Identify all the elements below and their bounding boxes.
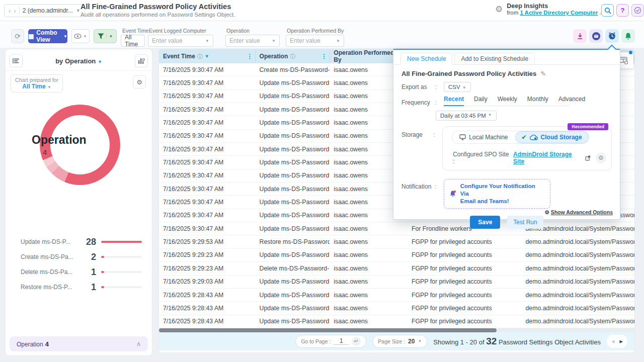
chart-type-button[interactable] (135, 54, 148, 67)
deep-insights-source: from 1 Active Directory Computer ⚠ (507, 10, 604, 16)
spo-site-link[interactable]: AdminDroid Storage Site (513, 151, 582, 165)
table-row[interactable]: 7/16/2025 9:29:23 AMDelete ms-DS-Passwor… (159, 262, 634, 275)
go-to-page-input[interactable] (334, 337, 349, 345)
chart-time-range[interactable]: Chart prepared for All Time ▼ (11, 74, 63, 93)
storage-option-cloud-storage[interactable]: ✔ Cloud Storage (515, 131, 589, 143)
chart-footer-toggle[interactable]: Operation4 ∧ (10, 336, 148, 351)
filter-label-operation-performed-by: Operation Performed By (287, 28, 344, 34)
filter-button[interactable]: ▼ (94, 29, 117, 43)
test-run-button[interactable]: Test Run (507, 216, 543, 229)
table-row[interactable]: 7/16/2025 9:28:43 AMUpdate ms-DS-Passwor… (159, 289, 634, 302)
go-to-page-submit-button[interactable]: ↵ (352, 337, 361, 346)
legend-item[interactable]: Restore ms-DS-P... 1 (21, 280, 142, 295)
report-selector[interactable]: ‹ › 2 (demo.admindr... ▼ (4, 4, 85, 17)
storage-option-local-machine[interactable]: Local Machine (452, 132, 515, 143)
table-row[interactable]: 7/16/2025 9:29:23 AMUpdate ms-DS-Passwor… (159, 249, 634, 262)
cell-operation: Update ms-DS-Password-... (256, 196, 330, 208)
cell-event-time: 7/16/2025 9:30:47 AM (159, 222, 256, 235)
popup-actions: Save Test Run (393, 216, 620, 229)
gear-icon: ⚙ (598, 154, 604, 161)
question-icon: ? (621, 7, 625, 14)
cell-event-time: 7/16/2025 9:30:47 AM (159, 143, 256, 155)
page-size-label: Page Size : (378, 338, 405, 344)
monitor-icon (459, 134, 466, 140)
schedule-time-select[interactable]: Daily at 03:45 PM▼ (436, 111, 497, 121)
frequency-tab-advanced[interactable]: Advanced (558, 96, 585, 106)
frequency-tab-monthly[interactable]: Monthly (527, 96, 548, 106)
event-logged-computer-filter[interactable]: Enter value▼ (148, 35, 213, 47)
info-icon: ⓘ (197, 53, 203, 60)
donut-chart[interactable]: Operation 4 (40, 105, 120, 185)
caret-down-icon: ▼ (47, 85, 51, 89)
popup-tabs: New Schedule Add to Existing Schedule (393, 50, 620, 65)
save-button[interactable]: Save (470, 216, 500, 229)
export-format-select[interactable]: CSV▼ (444, 82, 471, 92)
combo-view-button[interactable]: ▦ Combo View ▼ (28, 29, 67, 43)
export-download-button[interactable] (573, 29, 587, 43)
feedback-chat-button[interactable] (589, 29, 603, 43)
table-row[interactable]: 7/16/2025 9:28:43 AMUpdate ms-DS-Passwor… (159, 302, 634, 315)
column-header-operation[interactable]: Operation ⓘ ⋮ (256, 49, 330, 63)
tab-new-schedule[interactable]: New Schedule (400, 53, 452, 65)
sort-icon[interactable]: ▼ (205, 54, 209, 59)
schedule-report-button[interactable] (605, 29, 619, 43)
cell-operation: Update ms-DS-Password-... (256, 130, 330, 142)
cell-operation: Update ms-DS-Password-... (256, 315, 330, 328)
horizontal-scrollbar[interactable] (159, 328, 634, 332)
page-navigation: ◂ ▸ (607, 335, 627, 348)
history-forward-icon[interactable]: › (14, 7, 16, 15)
legend-list-button[interactable] (10, 54, 23, 67)
tab-add-to-existing-schedule[interactable]: Add to Existing Schedule (454, 53, 534, 64)
operation-filter[interactable]: Enter value▼ (225, 35, 280, 47)
cell-event-time: 7/16/2025 9:30:47 AM (159, 196, 256, 208)
frequency-tab-daily[interactable]: Daily (474, 96, 488, 106)
next-page-button[interactable]: ▸ (619, 337, 623, 345)
edit-pencil-icon[interactable]: ✎ (540, 70, 546, 77)
spo-settings-button[interactable]: ⚙ (596, 152, 606, 163)
storage-options-box: Recommended Local Machine ✔ Cloud Storag… (442, 126, 612, 170)
horizontal-bars-icon (13, 58, 20, 64)
chart-settings-button[interactable]: ⚙ (133, 75, 146, 88)
cell-object-name: FGPP for privileged accounts (408, 276, 522, 288)
chevron-down-icon: ▼ (83, 34, 87, 39)
help-button[interactable]: ? (616, 4, 629, 17)
page-size-select[interactable]: Page Size : 20 ▼ (372, 335, 427, 348)
frequency-tab-weekly[interactable]: Weekly (498, 96, 517, 106)
legend-item[interactable]: Create ms-DS-Pa... 2 (21, 249, 142, 264)
show-advanced-options-link[interactable]: ⚙Show Advanced Options (544, 209, 613, 215)
tasks-status-button[interactable] (631, 4, 644, 17)
scrollbar-thumb[interactable] (159, 328, 497, 332)
go-to-page-control: Go to Page : ↵ (295, 335, 366, 348)
chevron-up-icon: ∧ (136, 340, 141, 347)
column-menu-icon[interactable]: ⋮ (247, 53, 253, 60)
column-header-event-time[interactable]: Event Time ⓘ ▼ ⋮ (159, 49, 256, 63)
cell-operation-performed-by: isaac.owens (330, 289, 408, 301)
cell-operation: Update ms-DS-Password-... (256, 76, 330, 89)
report-selector-value[interactable]: 2 (demo.admindr... (23, 7, 73, 14)
total-count: 32 (486, 336, 497, 346)
legend-item[interactable]: Update ms-DS-P... 28 (21, 234, 142, 249)
global-search-button[interactable] (601, 4, 614, 17)
cell-object-path: demo.admindroid.local/System/Password Se… (521, 276, 634, 288)
active-directory-link[interactable]: 1 Active Directory Computer (520, 10, 598, 16)
visibility-button[interactable]: ▼ (71, 29, 90, 43)
table-row[interactable]: 7/16/2025 9:29:53 AMRestore ms-DS-Passwo… (159, 235, 634, 248)
chevron-down-icon[interactable]: ▼ (106, 34, 113, 39)
history-back-icon[interactable]: ‹ (9, 7, 11, 15)
cell-operation: Create ms-DS-Password-... (256, 63, 330, 76)
legend-item[interactable]: Delete ms-DS-Pa... 1 (21, 264, 142, 280)
legend-value: 28 (80, 237, 101, 247)
table-row[interactable]: 7/16/2025 9:29:03 AMUpdate ms-DS-Passwor… (159, 276, 634, 289)
chart-group-by-dropdown[interactable]: by Operation ▼ (55, 57, 102, 65)
refresh-button[interactable]: ⟳ (11, 29, 24, 43)
column-menu-icon[interactable]: ⋮ (321, 53, 327, 60)
operation-performed-by-filter[interactable]: Enter value▼ (286, 35, 344, 47)
configure-notification-button[interactable]: Configure Your Notification ViaEmail and… (444, 179, 550, 209)
frequency-tab-recent[interactable]: Recent (444, 96, 464, 106)
event-time-filter[interactable]: All Time (121, 35, 145, 47)
table-row[interactable]: 7/16/2025 9:28:43 AMUpdate ms-DS-Passwor… (159, 315, 634, 328)
alerts-bell-button[interactable] (621, 29, 635, 43)
cell-event-time: 7/16/2025 9:28:43 AM (159, 315, 256, 328)
previous-page-button[interactable]: ◂ (611, 337, 615, 345)
notification-bell-icon (449, 190, 456, 198)
